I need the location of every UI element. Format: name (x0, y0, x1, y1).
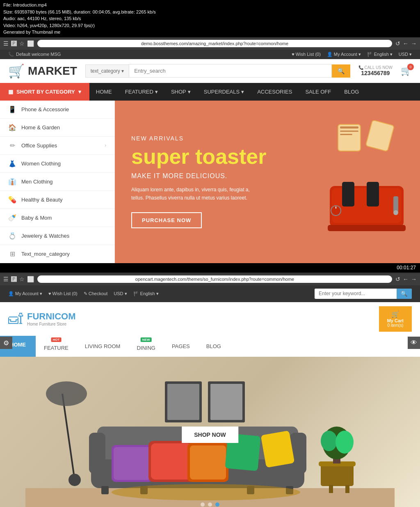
video-info: File: Introduction.mp4 Size: 69359780 by… (0, 0, 420, 37)
sidebar-item-men[interactable]: 👔 Men Clothing (0, 173, 114, 191)
refresh-icon-2[interactable]: ↺ (395, 276, 400, 282)
star-icon[interactable]: ☆ (19, 40, 25, 47)
sidebar-item-beauty[interactable]: 💊 Healthy & Beauty (0, 191, 114, 209)
sidebar-item-baby[interactable]: 🍼 Baby & Mom (0, 209, 114, 227)
svg-rect-33 (151, 443, 191, 479)
flag-icon: 🏴 (367, 52, 373, 57)
svg-point-46 (112, 484, 300, 500)
sidebar-item-jewelry[interactable]: 💍 Jewelery & Watches (0, 227, 114, 245)
menu-icon-2[interactable]: ☰ (3, 276, 9, 282)
furnicom-topbar-links: 👤 My Account ▾ ♥ Wish List (0) ✎ Checkou… (8, 291, 159, 296)
nav-blog[interactable]: BLOG (338, 83, 365, 101)
category-nav-button[interactable]: ▦ SHORT BY CATEGORY ▾ (0, 83, 89, 101)
sidebar-label-home-garden: Home & Garden (21, 124, 106, 131)
refresh-icon[interactable]: ↺ (395, 40, 400, 47)
svg-point-11 (393, 210, 398, 215)
header-right: 📞 CALL US NOW 123456789 🛒 0 (358, 65, 412, 76)
nav-superdeals[interactable]: SUPERDEALS ▾ (197, 83, 251, 101)
browser-icons-1: ☰ 🅿 ☆ ⬜ (3, 40, 34, 47)
back-icon-2[interactable]: ← (403, 276, 409, 282)
language-selector[interactable]: 🏴 English ▾ (367, 52, 393, 57)
sidebar-label-jewelry: Jewelery & Watches (21, 233, 106, 239)
furnicom-header: 🛋 FURNICOM Home Furniture Store 🛒 My Car… (0, 302, 420, 336)
settings-side-button[interactable]: ⚙ (0, 337, 12, 349)
furnicom-nav-feature[interactable]: HOT FEATURE (36, 336, 77, 357)
sidebar-item-office[interactable]: ✏ Office Supplies › (0, 137, 114, 155)
address-bar-2[interactable]: opencart.magentech.com/themes/so_furnico… (37, 275, 392, 283)
furnicom-nav-blog[interactable]: BLOG (198, 336, 229, 357)
furnicom-account[interactable]: 👤 My Account ▾ (8, 291, 42, 296)
nav-accessories[interactable]: ACCESORIES (251, 83, 299, 101)
hero-purchase-button[interactable]: PURCHASE NOW (131, 212, 202, 228)
furnicom-search-area: 🔍 (315, 289, 412, 299)
sofa-hero-banner: SHOP NOW (0, 357, 420, 507)
furnicom-nav-pages[interactable]: PAGES (164, 336, 198, 357)
furnicom-checkout[interactable]: ✎ Checkout (84, 291, 108, 296)
lang-arrow-2: ▾ (156, 291, 159, 296)
beauty-cat-icon: 💊 (8, 196, 16, 204)
search-category-dropdown[interactable]: text_category ▾ (85, 64, 129, 78)
browser-nav-1: ↺ ← → (395, 40, 417, 47)
sidebar-label-baby: Baby & Mom (21, 215, 106, 221)
tab-icon[interactable]: ⬜ (27, 40, 34, 47)
furnicom-search-input[interactable] (315, 289, 397, 298)
sidebar-item-more[interactable]: ⊞ Text_more_category (0, 245, 114, 263)
sidebar-item-women[interactable]: 👗 Women Clothing (0, 155, 114, 173)
furnicom-language[interactable]: 🏴 English ▾ (133, 291, 159, 296)
pinterest-icon-2[interactable]: 🅿 (11, 276, 17, 282)
currency-arrow-2: ▾ (125, 291, 127, 296)
eye-side-button[interactable]: 👁 (408, 337, 420, 349)
menu-icon[interactable]: ☰ (3, 40, 9, 47)
nav-home[interactable]: HOME (89, 83, 119, 101)
wishlist-link[interactable]: ♥ Wish List (0) (292, 52, 321, 57)
phone-icon: 📞 (8, 52, 14, 57)
cart-button[interactable]: 🛒 0 (401, 66, 412, 76)
account-link[interactable]: 👤 My Account ▾ (327, 52, 361, 57)
slide-dot-2[interactable] (208, 502, 212, 507)
forward-icon[interactable]: → (411, 40, 417, 47)
furnicom-nav-dining[interactable]: NEW DINING (128, 336, 164, 357)
address-bar-1[interactable]: demo.bossthemes.com/amazing_market/index… (37, 40, 392, 47)
furnicom-logo[interactable]: 🛋 FURNICOM Home Furniture Store (8, 310, 76, 328)
jewelry-cat-icon: 💍 (8, 232, 16, 240)
search-button[interactable]: 🔍 (332, 64, 350, 78)
cart-items-count: 0 item(s) (387, 323, 404, 328)
baby-cat-icon: 🍼 (8, 214, 16, 222)
currency-selector[interactable]: USD ▾ (399, 52, 412, 57)
search-input[interactable] (129, 64, 332, 78)
svg-rect-16 (167, 384, 199, 420)
furnicom-nav-living[interactable]: LIVING ROOM (77, 336, 129, 357)
slide-dot-1[interactable] (201, 502, 205, 507)
nav-shop[interactable]: SHOP ▾ (164, 83, 197, 101)
tab-icon-2[interactable]: ⬜ (27, 276, 34, 282)
sofa-hero-center: SHOP NOW (182, 427, 238, 443)
furnicom-wishlist[interactable]: ♥ Wish List (0) (48, 291, 78, 296)
sidebar-label-beauty: Healthy & Beauty (21, 197, 106, 203)
timestamp-value-1: 00:01:27 (397, 265, 416, 271)
furnicom-header-cart[interactable]: 🛒 My Cart 0 item(s) (379, 306, 412, 332)
pinterest-icon[interactable]: 🅿 (11, 40, 17, 47)
topbar-left: 📞 Default welcome MSG (8, 52, 61, 57)
slide-dot-3[interactable] (215, 502, 219, 507)
topbar-right: ♥ Wish List (0) 👤 My Account ▾ 🏴 English… (292, 52, 412, 57)
sidebar-item-home-garden[interactable]: 🏠 Home & Garden (0, 119, 114, 137)
shop-now-button[interactable]: SHOP NOW (182, 427, 238, 443)
currency-dropdown-icon: ▾ (409, 52, 412, 57)
furnicom-brand-text: FURNICOM Home Furniture Store (27, 311, 76, 326)
sidebar-item-phone[interactable]: 📱 Phone & Accessorie (0, 101, 114, 119)
forward-icon-2[interactable]: → (411, 276, 417, 282)
nav-featured[interactable]: FEATURED ▾ (119, 83, 164, 101)
furnicom-currency[interactable]: USD ▾ (114, 291, 127, 296)
account-arrow: ▾ (40, 291, 42, 296)
nav-saleoff[interactable]: SALE OFF (299, 83, 338, 101)
brand-name: FURNICOM (27, 311, 76, 322)
star-icon-2[interactable]: ☆ (19, 276, 25, 282)
sofa-icon: 🛋 (8, 310, 23, 328)
back-icon[interactable]: ← (403, 40, 409, 47)
svg-point-45 (336, 431, 354, 454)
toaster-svg (305, 120, 420, 243)
checkout-icon: ✎ (84, 291, 87, 296)
phone-cat-icon: 📱 (8, 106, 16, 113)
furnicom-search-button[interactable]: 🔍 (397, 289, 412, 299)
store1-logo[interactable]: 🛒 MARKET (8, 63, 77, 79)
